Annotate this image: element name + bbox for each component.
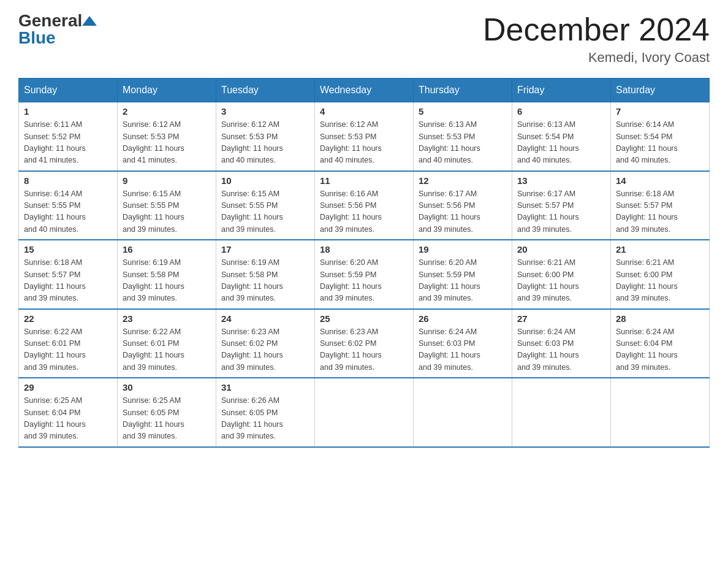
calendar-week-row: 15 Sunrise: 6:18 AM Sunset: 5:57 PM Dayl… [19, 240, 710, 309]
day-info: Sunrise: 6:23 AM Sunset: 6:02 PM Dayligh… [320, 326, 408, 374]
day-info: Sunrise: 6:12 AM Sunset: 5:53 PM Dayligh… [123, 119, 211, 167]
day-info: Sunrise: 6:24 AM Sunset: 6:03 PM Dayligh… [517, 326, 605, 374]
table-row: 5 Sunrise: 6:13 AM Sunset: 5:53 PM Dayli… [414, 102, 512, 171]
day-info: Sunrise: 6:14 AM Sunset: 5:55 PM Dayligh… [24, 188, 112, 236]
day-number: 1 [24, 106, 112, 117]
table-row [414, 378, 512, 447]
table-row: 17 Sunrise: 6:19 AM Sunset: 5:58 PM Dayl… [216, 240, 315, 309]
day-info: Sunrise: 6:12 AM Sunset: 5:53 PM Dayligh… [320, 119, 408, 167]
col-friday: Friday [512, 79, 611, 102]
day-info: Sunrise: 6:17 AM Sunset: 5:56 PM Dayligh… [419, 188, 507, 236]
day-info: Sunrise: 6:21 AM Sunset: 6:00 PM Dayligh… [517, 257, 605, 305]
day-info: Sunrise: 6:22 AM Sunset: 6:01 PM Dayligh… [24, 326, 112, 374]
day-info: Sunrise: 6:19 AM Sunset: 5:58 PM Dayligh… [221, 257, 309, 305]
table-row: 20 Sunrise: 6:21 AM Sunset: 6:00 PM Dayl… [512, 240, 611, 309]
table-row: 27 Sunrise: 6:24 AM Sunset: 6:03 PM Dayl… [512, 309, 611, 378]
table-row: 26 Sunrise: 6:24 AM Sunset: 6:03 PM Dayl… [414, 309, 512, 378]
table-row: 12 Sunrise: 6:17 AM Sunset: 5:56 PM Dayl… [414, 171, 512, 240]
day-number: 6 [517, 106, 605, 117]
page-header: General Blue December 2024 Kemedi, Ivory… [18, 12, 710, 66]
day-number: 20 [517, 244, 605, 255]
table-row: 7 Sunrise: 6:14 AM Sunset: 5:54 PM Dayli… [611, 102, 710, 171]
table-row: 1 Sunrise: 6:11 AM Sunset: 5:52 PM Dayli… [19, 102, 118, 171]
day-info: Sunrise: 6:20 AM Sunset: 5:59 PM Dayligh… [320, 257, 408, 305]
day-number: 2 [123, 106, 211, 117]
day-number: 30 [123, 382, 211, 393]
day-info: Sunrise: 6:15 AM Sunset: 5:55 PM Dayligh… [221, 188, 309, 236]
calendar-week-row: 29 Sunrise: 6:25 AM Sunset: 6:04 PM Dayl… [19, 378, 710, 447]
day-info: Sunrise: 6:15 AM Sunset: 5:55 PM Dayligh… [123, 188, 211, 236]
logo-blue-text: Blue [18, 28, 56, 47]
calendar-week-row: 1 Sunrise: 6:11 AM Sunset: 5:52 PM Dayli… [19, 102, 710, 171]
table-row: 21 Sunrise: 6:21 AM Sunset: 6:00 PM Dayl… [611, 240, 710, 309]
table-row: 23 Sunrise: 6:22 AM Sunset: 6:01 PM Dayl… [118, 309, 216, 378]
day-info: Sunrise: 6:13 AM Sunset: 5:53 PM Dayligh… [419, 119, 507, 167]
table-row: 2 Sunrise: 6:12 AM Sunset: 5:53 PM Dayli… [118, 102, 216, 171]
day-info: Sunrise: 6:22 AM Sunset: 6:01 PM Dayligh… [123, 326, 211, 374]
col-saturday: Saturday [611, 79, 710, 102]
day-number: 13 [517, 175, 605, 186]
table-row: 16 Sunrise: 6:19 AM Sunset: 5:58 PM Dayl… [118, 240, 216, 309]
day-number: 5 [419, 106, 507, 117]
table-row: 11 Sunrise: 6:16 AM Sunset: 5:56 PM Dayl… [315, 171, 414, 240]
day-number: 14 [616, 175, 704, 186]
day-number: 15 [24, 244, 112, 255]
calendar-week-row: 22 Sunrise: 6:22 AM Sunset: 6:01 PM Dayl… [19, 309, 710, 378]
table-row: 8 Sunrise: 6:14 AM Sunset: 5:55 PM Dayli… [19, 171, 118, 240]
day-number: 16 [123, 244, 211, 255]
logo-line1: General [18, 12, 97, 29]
table-row: 30 Sunrise: 6:25 AM Sunset: 6:05 PM Dayl… [118, 378, 216, 447]
day-info: Sunrise: 6:13 AM Sunset: 5:54 PM Dayligh… [517, 119, 605, 167]
day-number: 22 [24, 313, 112, 324]
table-row: 13 Sunrise: 6:17 AM Sunset: 5:57 PM Dayl… [512, 171, 611, 240]
table-row: 9 Sunrise: 6:15 AM Sunset: 5:55 PM Dayli… [118, 171, 216, 240]
calendar-header-row: Sunday Monday Tuesday Wednesday Thursday… [19, 79, 710, 102]
table-row [611, 378, 710, 447]
table-row: 6 Sunrise: 6:13 AM Sunset: 5:54 PM Dayli… [512, 102, 611, 171]
table-row: 25 Sunrise: 6:23 AM Sunset: 6:02 PM Dayl… [315, 309, 414, 378]
title-block: December 2024 Kemedi, Ivory Coast [483, 12, 710, 66]
day-number: 4 [320, 106, 408, 117]
day-number: 26 [419, 313, 507, 324]
day-number: 8 [24, 175, 112, 186]
logo-triangle-icon [82, 16, 97, 26]
table-row: 28 Sunrise: 6:24 AM Sunset: 6:04 PM Dayl… [611, 309, 710, 378]
table-row: 4 Sunrise: 6:12 AM Sunset: 5:53 PM Dayli… [315, 102, 414, 171]
day-info: Sunrise: 6:12 AM Sunset: 5:53 PM Dayligh… [221, 119, 309, 167]
day-number: 17 [221, 244, 309, 255]
logo-general-text: General [18, 11, 82, 30]
day-info: Sunrise: 6:25 AM Sunset: 6:04 PM Dayligh… [24, 395, 112, 443]
day-number: 19 [419, 244, 507, 255]
table-row [315, 378, 414, 447]
day-number: 18 [320, 244, 408, 255]
day-number: 7 [616, 106, 704, 117]
calendar-title: December 2024 [483, 12, 710, 47]
day-info: Sunrise: 6:14 AM Sunset: 5:54 PM Dayligh… [616, 119, 704, 167]
day-info: Sunrise: 6:24 AM Sunset: 6:04 PM Dayligh… [616, 326, 704, 374]
day-number: 9 [123, 175, 211, 186]
table-row: 31 Sunrise: 6:26 AM Sunset: 6:05 PM Dayl… [216, 378, 315, 447]
day-number: 12 [419, 175, 507, 186]
day-number: 24 [221, 313, 309, 324]
table-row: 10 Sunrise: 6:15 AM Sunset: 5:55 PM Dayl… [216, 171, 315, 240]
day-number: 28 [616, 313, 704, 324]
table-row: 19 Sunrise: 6:20 AM Sunset: 5:59 PM Dayl… [414, 240, 512, 309]
day-info: Sunrise: 6:26 AM Sunset: 6:05 PM Dayligh… [221, 395, 309, 443]
day-info: Sunrise: 6:17 AM Sunset: 5:57 PM Dayligh… [517, 188, 605, 236]
day-info: Sunrise: 6:23 AM Sunset: 6:02 PM Dayligh… [221, 326, 309, 374]
col-sunday: Sunday [19, 79, 118, 102]
table-row: 15 Sunrise: 6:18 AM Sunset: 5:57 PM Dayl… [19, 240, 118, 309]
day-info: Sunrise: 6:19 AM Sunset: 5:58 PM Dayligh… [123, 257, 211, 305]
col-wednesday: Wednesday [315, 79, 414, 102]
day-info: Sunrise: 6:18 AM Sunset: 5:57 PM Dayligh… [616, 188, 704, 236]
table-row: 18 Sunrise: 6:20 AM Sunset: 5:59 PM Dayl… [315, 240, 414, 309]
col-thursday: Thursday [414, 79, 512, 102]
day-info: Sunrise: 6:11 AM Sunset: 5:52 PM Dayligh… [24, 119, 112, 167]
day-number: 31 [221, 382, 309, 393]
day-info: Sunrise: 6:24 AM Sunset: 6:03 PM Dayligh… [419, 326, 507, 374]
calendar-week-row: 8 Sunrise: 6:14 AM Sunset: 5:55 PM Dayli… [19, 171, 710, 240]
day-info: Sunrise: 6:21 AM Sunset: 6:00 PM Dayligh… [616, 257, 704, 305]
day-number: 25 [320, 313, 408, 324]
table-row: 14 Sunrise: 6:18 AM Sunset: 5:57 PM Dayl… [611, 171, 710, 240]
calendar-table: Sunday Monday Tuesday Wednesday Thursday… [18, 78, 710, 448]
